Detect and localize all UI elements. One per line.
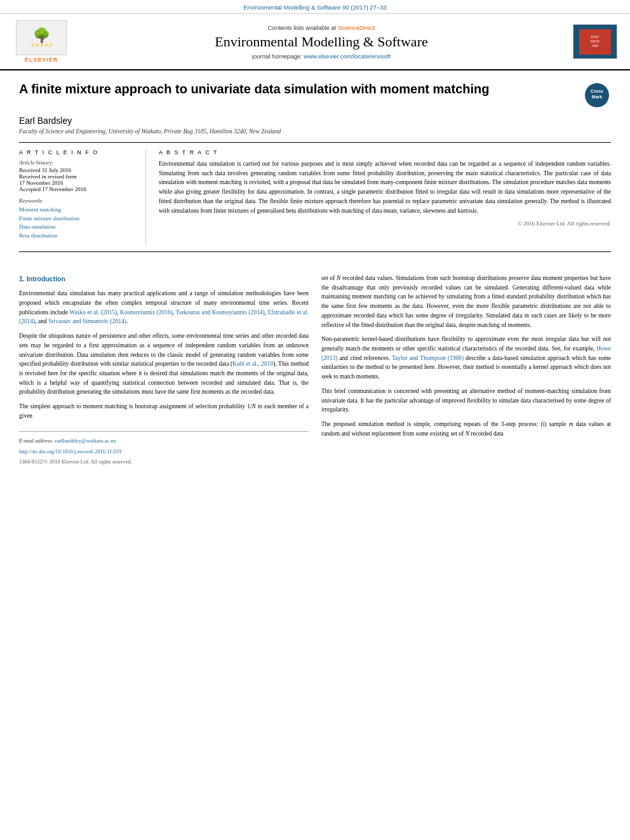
crossmark-icon: Cross Mark — [585, 83, 609, 107]
right-para-1: set of N recorded data values. Simulatio… — [321, 274, 611, 330]
section-divider — [19, 142, 611, 143]
right-para-2: Non-parametric kernel-based distribution… — [321, 335, 611, 382]
article-info-heading: A R T I C L E I N F O — [19, 149, 135, 156]
ref-kuhl[interactable]: Kuhl et al., 2010 — [232, 361, 273, 367]
journal-homepage-link[interactable]: www.elsevier.com/locate/envsoft — [304, 53, 391, 60]
journal-citation-text: Environmental Modelling & Software 90 (2… — [243, 4, 387, 11]
abstract-text: Environmental data simulation is carried… — [159, 159, 611, 215]
intro-para-2: Despite the ubiquitous nature of persist… — [19, 331, 309, 397]
journal-title: Environmental Modelling & Software — [76, 34, 566, 50]
right-para-3: This brief communication is concerned wi… — [321, 387, 611, 415]
paper-title-row: A finite mixture approach to univariate … — [19, 81, 611, 109]
intro-para-3: The simplest approach to moment matching… — [19, 402, 309, 420]
section-divider-2 — [19, 251, 611, 252]
article-history-group: Article history: Received 31 July 2016 R… — [19, 159, 135, 192]
journal-right-logo: ENVMODSW — [573, 24, 617, 59]
main-content: 1. Introduction Environmental data simul… — [0, 265, 630, 479]
received-date: Received 31 July 2016 — [19, 167, 135, 173]
ref-srivastav[interactable]: Srivastav and Simonovic (2014) — [48, 318, 126, 324]
copyright-text: © 2016 Elsevier Ltd. All rights reserved… — [159, 220, 611, 227]
keyword-beta-distribution: Beta distribution — [19, 232, 135, 241]
keyword-finite-mixture: Finite mixture distribution — [19, 215, 135, 223]
ref-wasko[interactable]: Wasko et al. (2015) — [69, 309, 117, 316]
issn-line: 1364-8152/© 2016 Elsevier Ltd. All right… — [19, 458, 309, 466]
ref-taylor-thompson[interactable]: Taylor and Thompson (1986) — [392, 355, 464, 361]
keywords-label: Keywords: — [19, 197, 135, 204]
body-right-column: set of N recorded data values. Simulatio… — [321, 274, 611, 466]
email-link[interactable]: earlbardsley@waikato.ac.nz — [55, 437, 116, 444]
abstract-column: A B S T R A C T Environmental data simul… — [159, 149, 611, 245]
accepted-date: Accepted 17 November 2016 — [19, 186, 135, 192]
ref-howe[interactable]: Howe (2013) — [321, 345, 611, 361]
journal-homepage-line: journal homepage: www.elsevier.com/locat… — [76, 53, 566, 60]
svg-text:Cross: Cross — [591, 89, 603, 93]
history-label: Article history: — [19, 159, 135, 166]
paper-title: A finite mixture approach to univariate … — [19, 81, 582, 97]
introduction-heading: 1. Introduction — [19, 274, 309, 284]
revised-date: 17 November 2016 — [19, 180, 135, 186]
journal-citation-bar: Environmental Modelling & Software 90 (2… — [0, 0, 630, 14]
keywords-group: Keywords: Moment matching Finite mixture… — [19, 197, 135, 240]
contents-line: Contents lists available at ScienceDirec… — [76, 24, 566, 31]
elsevier-tree-icon: 🌳 — [33, 29, 50, 43]
doi-link[interactable]: http://dx.doi.org/10.1016/j.envsoft.2016… — [19, 448, 121, 455]
crossmark-badge[interactable]: Cross Mark — [582, 81, 611, 109]
article-info-abstract-section: A R T I C L E I N F O Article history: R… — [19, 149, 611, 245]
journal-header: 🌳 ⚡⚡⚡⚡⚡ ELSEVIER Contents lists availabl… — [0, 14, 630, 70]
footer-section: E-mail address: earlbardsley@waikato.ac.… — [19, 431, 309, 467]
doi-line: http://dx.doi.org/10.1016/j.envsoft.2016… — [19, 448, 309, 456]
keyword-data-simulation: Data simulation — [19, 223, 135, 232]
email-label: E-mail address: — [19, 437, 55, 444]
elsevier-logo-image: 🌳 ⚡⚡⚡⚡⚡ — [16, 20, 67, 55]
elsevier-brand-text: ELSEVIER — [25, 57, 58, 63]
email-footnote: E-mail address: earlbardsley@waikato.ac.… — [19, 437, 309, 445]
body-left-column: 1. Introduction Environmental data simul… — [19, 274, 309, 466]
keyword-moment-matching: Moment matching — [19, 206, 135, 215]
journal-center: Contents lists available at ScienceDirec… — [76, 24, 566, 60]
intro-para-1: Environmental data simulation has many p… — [19, 289, 309, 326]
paper-section: A finite mixture approach to univariate … — [0, 70, 630, 265]
abstract-heading: A B S T R A C T — [159, 149, 611, 156]
revised-label: Received in revised form — [19, 173, 135, 180]
right-para-4: The proposed simulation method is simple… — [321, 420, 611, 438]
ref-koutsoyiannis[interactable]: Koutsoyiannis (2016) — [120, 309, 173, 316]
body-two-col: 1. Introduction Environmental data simul… — [19, 274, 611, 466]
author-affiliation: Faculty of Science and Engineering, Univ… — [19, 128, 611, 135]
ref-tsekouras[interactable]: Tsekouras and Koutsoyiannis (2014) — [176, 309, 265, 316]
elsevier-logo: 🌳 ⚡⚡⚡⚡⚡ ELSEVIER — [13, 20, 70, 63]
author-name: Earl Bardsley — [19, 116, 611, 126]
sciencedirect-link[interactable]: ScienceDirect — [338, 24, 375, 31]
svg-text:Mark: Mark — [591, 95, 601, 99]
article-info-column: A R T I C L E I N F O Article history: R… — [19, 149, 146, 245]
journal-cover-thumbnail: ENVMODSW — [579, 29, 611, 55]
